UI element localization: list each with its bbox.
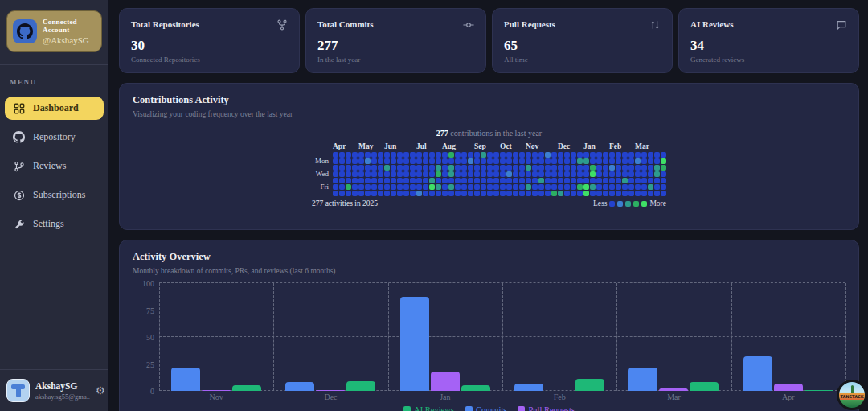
contribution-cell[interactable] (616, 178, 621, 183)
contribution-cell[interactable] (487, 184, 493, 190)
contribution-cell[interactable] (391, 158, 396, 164)
contribution-cell[interactable] (358, 184, 364, 190)
contribution-cell[interactable] (493, 184, 499, 190)
contribution-cell[interactable] (416, 152, 422, 158)
contribution-cell[interactable] (487, 171, 493, 177)
contribution-cell[interactable] (468, 178, 473, 183)
contribution-cell[interactable] (416, 171, 422, 177)
contribution-cell[interactable] (609, 152, 615, 158)
contribution-cell[interactable] (333, 152, 338, 158)
contribution-cell[interactable] (590, 171, 596, 177)
contribution-cell[interactable] (429, 152, 435, 158)
contribution-cell[interactable] (493, 152, 499, 158)
contribution-cell[interactable] (577, 165, 583, 171)
contribution-cell[interactable] (365, 171, 371, 177)
contribution-cell[interactable] (358, 178, 364, 183)
contribution-cell[interactable] (506, 158, 512, 164)
contribution-cell[interactable] (571, 165, 576, 171)
contribution-cell[interactable] (442, 178, 448, 183)
contribution-cell[interactable] (558, 171, 563, 177)
bar-ai-reviews-nov[interactable] (232, 385, 261, 391)
contribution-cell[interactable] (436, 158, 441, 164)
contribution-cell[interactable] (391, 178, 396, 183)
contribution-cell[interactable] (410, 191, 416, 196)
contribution-cell[interactable] (532, 152, 538, 158)
contribution-cell[interactable] (365, 178, 371, 183)
contribution-cell[interactable] (609, 184, 615, 190)
contribution-cell[interactable] (526, 165, 531, 171)
contribution-cell[interactable] (442, 171, 448, 177)
contribution-cell[interactable] (519, 178, 525, 183)
contribution-cell[interactable] (474, 178, 480, 183)
contribution-cell[interactable] (442, 165, 448, 171)
contribution-cell[interactable] (571, 158, 576, 164)
contribution-cell[interactable] (403, 158, 409, 164)
contribution-cell[interactable] (558, 191, 563, 196)
contribution-cell[interactable] (590, 178, 596, 183)
contribution-cell[interactable] (423, 152, 428, 158)
contribution-cell[interactable] (590, 165, 596, 171)
contribution-cell[interactable] (596, 165, 602, 171)
contribution-cell[interactable] (365, 152, 371, 158)
contribution-cell[interactable] (378, 158, 383, 164)
contribution-cell[interactable] (346, 178, 351, 183)
contribution-cell[interactable] (378, 178, 383, 183)
contribution-cell[interactable] (448, 158, 454, 164)
contribution-cell[interactable] (410, 158, 416, 164)
bar-pull-requests-dec[interactable] (316, 390, 345, 391)
contribution-cell[interactable] (461, 184, 467, 190)
contribution-cell[interactable] (493, 165, 499, 171)
contribution-cell[interactable] (661, 191, 666, 196)
contribution-cell[interactable] (635, 171, 641, 177)
contribution-cell[interactable] (416, 178, 422, 183)
contribution-cell[interactable] (564, 191, 570, 196)
contribution-cell[interactable] (590, 184, 596, 190)
contribution-cell[interactable] (378, 152, 383, 158)
contribution-cell[interactable] (545, 165, 551, 171)
bar-commits-nov[interactable] (171, 368, 200, 391)
contribution-cell[interactable] (616, 171, 621, 177)
contribution-cell[interactable] (468, 191, 473, 196)
contribution-cell[interactable] (455, 184, 461, 190)
contribution-cell[interactable] (590, 152, 596, 158)
contribution-cell[interactable] (365, 191, 371, 196)
contribution-cell[interactable] (474, 165, 480, 171)
contribution-cell[interactable] (481, 152, 486, 158)
contribution-cell[interactable] (532, 165, 538, 171)
contribution-cell[interactable] (661, 152, 666, 158)
contribution-cell[interactable] (564, 158, 570, 164)
contribution-cell[interactable] (346, 191, 351, 196)
contribution-cell[interactable] (513, 171, 518, 177)
contribution-cell[interactable] (461, 158, 467, 164)
contribution-cell[interactable] (596, 152, 602, 158)
contribution-cell[interactable] (371, 178, 377, 183)
contribution-cell[interactable] (583, 165, 589, 171)
contribution-cell[interactable] (641, 184, 647, 190)
contribution-cell[interactable] (506, 165, 512, 171)
contribution-cell[interactable] (635, 178, 641, 183)
contribution-cell[interactable] (442, 152, 448, 158)
contribution-cell[interactable] (622, 184, 628, 190)
contribution-cell[interactable] (603, 158, 608, 164)
contribution-cell[interactable] (487, 152, 493, 158)
contribution-cell[interactable] (558, 178, 563, 183)
contribution-cell[interactable] (455, 178, 461, 183)
contribution-cell[interactable] (346, 158, 351, 164)
contribution-cell[interactable] (609, 165, 615, 171)
contribution-cell[interactable] (661, 184, 666, 190)
contribution-cell[interactable] (352, 191, 358, 196)
bar-commits-apr[interactable] (743, 356, 772, 391)
contribution-cell[interactable] (564, 171, 570, 177)
contribution-cell[interactable] (603, 178, 608, 183)
contribution-cell[interactable] (378, 165, 383, 171)
contribution-cell[interactable] (371, 158, 377, 164)
contribution-cell[interactable] (532, 171, 538, 177)
contribution-cell[interactable] (603, 191, 608, 196)
contribution-cell[interactable] (564, 152, 570, 158)
contribution-cell[interactable] (436, 171, 441, 177)
contribution-cell[interactable] (481, 158, 486, 164)
bar-pull-requests-nov[interactable] (202, 390, 231, 391)
contribution-cell[interactable] (410, 171, 416, 177)
contribution-cell[interactable] (641, 158, 647, 164)
contribution-cell[interactable] (577, 152, 583, 158)
